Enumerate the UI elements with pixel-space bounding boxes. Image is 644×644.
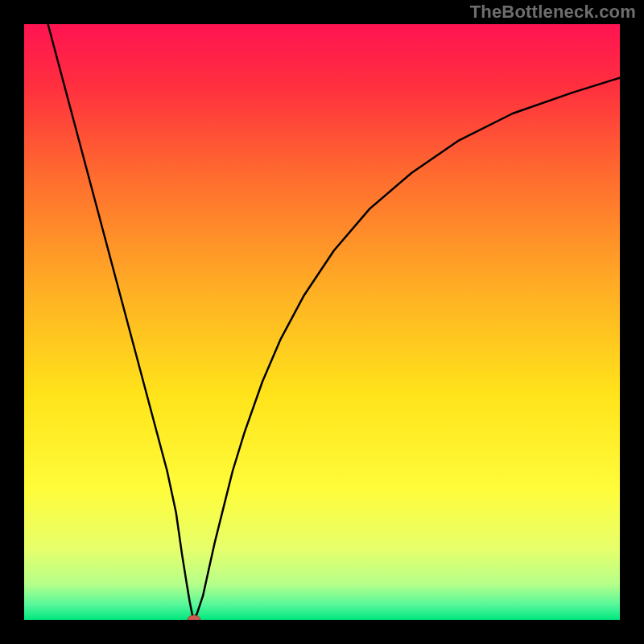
chart-frame: TheBottleneck.com xyxy=(0,0,644,644)
minimum-marker xyxy=(188,615,200,625)
gradient-background xyxy=(24,24,620,620)
bottleneck-chart xyxy=(0,0,644,644)
